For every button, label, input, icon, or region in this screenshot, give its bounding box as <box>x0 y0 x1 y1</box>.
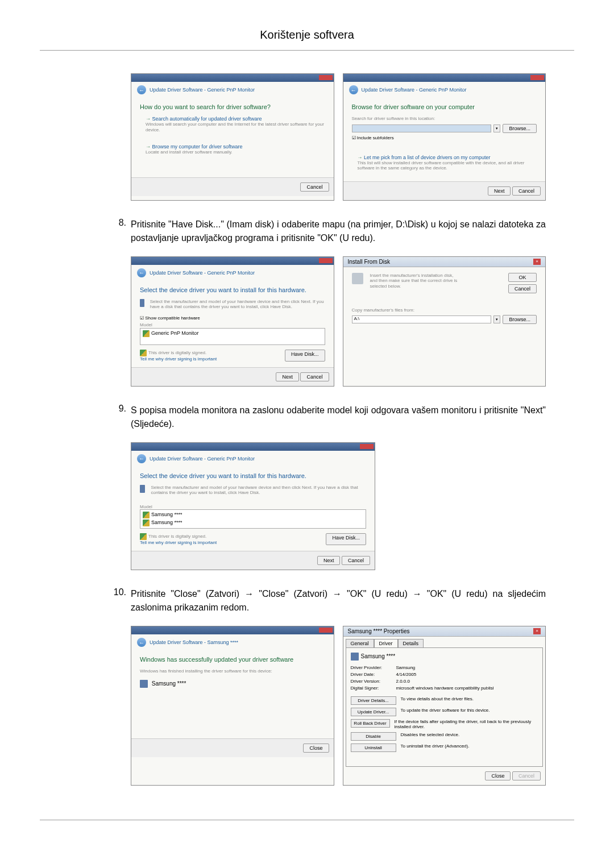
tab-driver[interactable]: Driver <box>374 639 398 647</box>
show-compatible-check[interactable]: ☑ Show compatible hardware <box>140 315 325 321</box>
browse-button[interactable]: Browse... <box>503 124 537 133</box>
back-icon[interactable]: ← <box>349 85 358 94</box>
browse-computer-link[interactable]: Browse my computer for driver software <box>152 144 243 149</box>
screenshot-install-from-disk: Install From Disk × Insert the manufactu… <box>343 256 546 387</box>
btn-desc: To update the driver software for this d… <box>401 708 490 713</box>
btn-desc: To uninstall the driver (Advanced). <box>401 744 470 749</box>
cancel-button[interactable]: Cancel <box>512 186 541 196</box>
btn-desc: If the device fails after updating the d… <box>395 719 538 729</box>
date-value: 4/14/2005 <box>396 672 417 677</box>
close-icon[interactable]: × <box>533 259 541 265</box>
cancel-button[interactable]: Cancel <box>300 182 329 192</box>
back-icon[interactable]: ← <box>137 638 146 647</box>
step-text: Pritisnite "Close" (Zatvori) → "Close" (… <box>131 587 546 614</box>
dialog-heading: Browse for driver software on your compu… <box>352 103 537 110</box>
device-name: Samsung **** <box>152 680 186 687</box>
step-text: S popisa modela monitora na zaslonu odab… <box>131 404 546 431</box>
next-button[interactable]: Next <box>276 372 299 381</box>
back-icon[interactable]: ← <box>137 454 146 463</box>
have-disk-button[interactable]: Have Disk... <box>326 533 366 545</box>
breadcrumb: Update Driver Software - Generic PnP Mon… <box>150 87 255 93</box>
tab-details[interactable]: Details <box>398 639 424 647</box>
screenshot-select-model: ← Update Driver Software - Generic PnP M… <box>131 442 375 571</box>
breadcrumb: Update Driver Software - Generic PnP Mon… <box>362 87 467 93</box>
step-number: 9. <box>108 404 131 431</box>
list-item: Samsung **** <box>151 512 182 518</box>
screenshot-browse-location: ← Update Driver Software - Generic PnP M… <box>343 73 546 201</box>
shield-icon <box>143 330 150 337</box>
sub-text: Windows has finished installing the driv… <box>140 668 325 674</box>
next-button[interactable]: Next <box>317 556 341 565</box>
close-icon[interactable]: × <box>533 628 541 634</box>
close-button[interactable]: Close <box>303 744 329 753</box>
update-driver-button[interactable]: Update Driver... <box>351 708 396 716</box>
driver-details-button[interactable]: Driver Details... <box>351 696 396 705</box>
step-number: 8. <box>108 218 131 245</box>
shield-icon <box>143 512 150 518</box>
dialog-title: Samsung **** Properties <box>348 628 410 634</box>
monitor-icon <box>351 653 359 661</box>
provider-value: Samsung <box>396 665 416 670</box>
dropdown-icon[interactable]: ▾ <box>493 124 500 132</box>
pick-from-list-desc: This list will show installed driver sof… <box>358 160 537 171</box>
screenshot-success: ← Update Driver Software - Samsung **** … <box>131 626 334 786</box>
rollback-driver-button[interactable]: Roll Back Driver <box>351 719 390 728</box>
shield-icon <box>140 533 147 540</box>
back-icon[interactable]: ← <box>137 85 146 94</box>
model-listbox[interactable]: Generic PnP Monitor <box>140 328 325 345</box>
cancel-button[interactable]: Cancel <box>342 556 370 565</box>
dialog-heading: Select the device driver you want to ins… <box>140 286 325 293</box>
signer-label: Digital Signer: <box>351 686 396 691</box>
cancel-button[interactable]: Cancel <box>508 284 537 293</box>
copy-from-label: Copy manufacturer's files from: <box>352 308 537 313</box>
pick-from-list-link[interactable]: Let me pick from a list of device driver… <box>364 155 491 160</box>
model-column-header: Model <box>140 322 325 328</box>
step-text: Pritisnite "Have Disk..." (Imam disk) i … <box>131 218 546 245</box>
signing-info-link[interactable]: Tell me why driver signing is important <box>140 540 217 545</box>
shield-icon <box>140 350 147 356</box>
browse-computer-desc: Locate and install driver software manua… <box>146 149 325 155</box>
next-button[interactable]: Next <box>488 186 511 196</box>
uninstall-button[interactable]: Uninstall <box>351 744 396 752</box>
include-subfolders-check[interactable]: ☑ Include subfolders <box>352 135 537 140</box>
signer-value: microsoft windows hardware compatibility… <box>396 686 494 691</box>
monitor-icon <box>140 485 145 493</box>
instruction-text: Select the manufacturer and model of you… <box>150 299 325 310</box>
page-header: Korištenje softvera <box>40 28 574 41</box>
disk-icon <box>352 273 363 284</box>
breadcrumb: Update Driver Software - Generic PnP Mon… <box>150 270 255 276</box>
version-label: Driver Version: <box>351 679 396 684</box>
header-divider <box>40 50 574 51</box>
dropdown-icon[interactable]: ▾ <box>493 315 500 323</box>
signed-text: This driver is digitally signed. <box>148 534 206 539</box>
titlebar <box>131 74 334 82</box>
disable-button[interactable]: Disable <box>351 732 396 741</box>
signing-info-link[interactable]: Tell me why driver signing is important <box>140 356 217 362</box>
dialog-title: Install From Disk <box>348 259 390 265</box>
list-item: Generic PnP Monitor <box>151 330 198 336</box>
dialog-heading: Select the device driver you want to ins… <box>140 472 366 479</box>
signed-text: This driver is digitally signed. <box>148 350 206 355</box>
path-input[interactable] <box>352 124 492 132</box>
have-disk-button[interactable]: Have Disk... <box>285 350 325 362</box>
tab-general[interactable]: General <box>346 639 374 647</box>
btn-desc: To view details about the driver files. <box>401 696 474 701</box>
breadcrumb: Update Driver Software - Samsung **** <box>150 639 238 645</box>
cancel-button[interactable]: Cancel <box>300 372 329 381</box>
browse-button[interactable]: Browse... <box>503 315 537 324</box>
close-button[interactable]: Close <box>485 771 511 780</box>
search-auto-link[interactable]: Search automatically for updated driver … <box>152 116 262 122</box>
titlebar <box>343 74 546 82</box>
cancel-button: Cancel <box>512 771 541 780</box>
instruction-text: Insert the manufacturer's installation d… <box>370 273 461 293</box>
dialog-heading: Windows has successfully updated your dr… <box>140 656 325 663</box>
titlebar <box>131 257 334 265</box>
model-column-header: Model <box>140 504 366 510</box>
screenshot-select-driver: ← Update Driver Software - Generic PnP M… <box>131 256 334 387</box>
path-input[interactable]: A:\ <box>352 315 492 323</box>
titlebar <box>131 626 334 634</box>
back-icon[interactable]: ← <box>137 268 146 277</box>
list-item: Samsung **** <box>151 520 182 526</box>
model-listbox[interactable]: Samsung **** Samsung **** <box>140 509 366 529</box>
ok-button[interactable]: OK <box>508 273 537 282</box>
